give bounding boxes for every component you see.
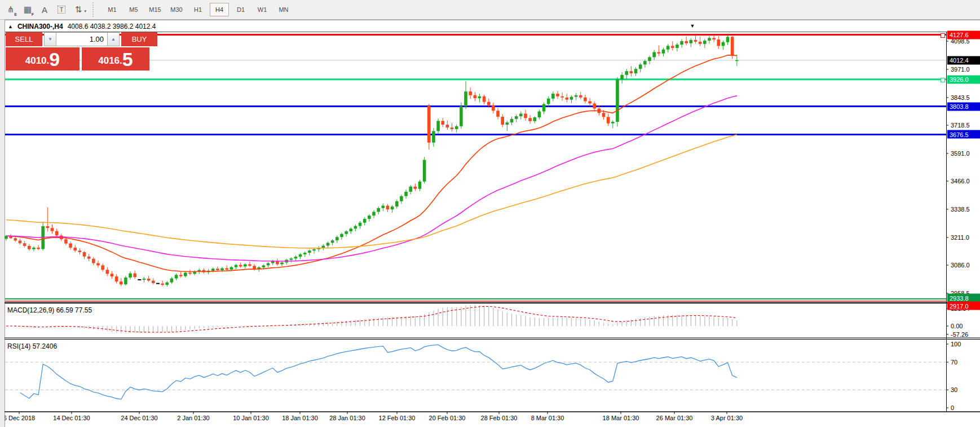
candle — [161, 284, 164, 285]
price-axis-tick: 3338.5 — [951, 206, 980, 213]
candle — [129, 274, 132, 278]
candle — [528, 118, 532, 121]
drawing-tools-group: ⋔E▦FAT⇅▾ — [2, 2, 87, 17]
text-tool-icon[interactable]: A — [37, 2, 52, 17]
candle — [400, 196, 403, 201]
rsi-line — [20, 345, 737, 399]
pitchfork-tool-icon[interactable]: ⋔E — [3, 2, 19, 17]
timeframe-button-mn[interactable]: MN — [274, 3, 293, 16]
candle — [87, 257, 91, 259]
time-axis-label: 10 Jan 01:30 — [233, 415, 269, 421]
toolbar-drag-handle[interactable] — [92, 2, 98, 17]
time-axis-label: 6 Dec 2018 — [3, 415, 35, 421]
timeframe-toolbar: M1M5M15M30H1H4D1W1MN — [101, 3, 294, 16]
time-axis-label: 8 Mar 01:30 — [531, 415, 564, 421]
hline-handle[interactable] — [941, 78, 945, 82]
price-axis-tick: 3466.0 — [951, 178, 980, 184]
candle — [690, 40, 693, 43]
hline-handle[interactable] — [941, 33, 945, 38]
price-badge: 3803.8 — [947, 102, 980, 111]
candle — [418, 182, 422, 189]
candle — [69, 244, 72, 248]
volume-decrease-button[interactable]: ▼ — [44, 32, 56, 46]
candle — [496, 111, 500, 117]
time-axis-label: 26 Mar 01:30 — [656, 415, 693, 421]
candle — [188, 272, 192, 274]
candle — [487, 102, 491, 105]
candle — [211, 268, 215, 271]
candle — [510, 119, 514, 122]
timeframe-button-m1[interactable]: M1 — [103, 3, 122, 16]
arrows-tool-icon[interactable]: ⇅▾ — [70, 2, 86, 17]
fast-ma — [6, 55, 737, 272]
price-badge: 3926.0 — [947, 75, 980, 83]
price-axis-tick: 3971.0 — [951, 66, 980, 73]
price-axis-tick: 3591.0 — [951, 150, 980, 157]
candle — [506, 122, 509, 125]
candle — [111, 274, 114, 276]
candle — [354, 226, 357, 229]
candle — [446, 125, 449, 127]
timeframe-button-h4[interactable]: H4 — [210, 3, 229, 16]
bid-price-display[interactable]: 4010 . 9 — [6, 47, 80, 71]
candle — [312, 249, 316, 250]
rsi-axis-tick: 70 — [951, 359, 980, 366]
candle — [101, 265, 104, 270]
candle — [267, 263, 270, 266]
candle — [294, 257, 298, 258]
candle — [124, 278, 127, 284]
candle — [349, 228, 352, 231]
price-axis-tick: 3086.0 — [951, 262, 980, 268]
sell-button[interactable]: SELL — [6, 32, 42, 46]
timeframe-button-m15[interactable]: M15 — [145, 3, 165, 16]
candle — [579, 95, 582, 98]
candle — [731, 37, 734, 56]
fibonacci-grid-icon[interactable]: ▦F — [20, 2, 36, 17]
time-axis-label: 20 Feb 01:30 — [429, 415, 466, 421]
candle — [303, 253, 307, 254]
candle — [345, 231, 348, 234]
candle — [120, 281, 123, 284]
time-axis-label: 18 Mar 01:30 — [603, 415, 639, 421]
symbol-title: CHINA300-,H4 — [17, 23, 63, 30]
candle — [483, 96, 486, 102]
volume-increase-button[interactable]: ▲ — [107, 32, 120, 46]
candle — [712, 38, 716, 39]
candle — [657, 52, 661, 53]
ask-price-display[interactable]: 4016 . 5 — [82, 47, 149, 71]
slow-ma — [6, 135, 737, 248]
candle — [616, 80, 619, 122]
candle — [106, 270, 109, 274]
text-label-tool-icon[interactable]: T — [54, 2, 69, 17]
candle — [368, 215, 371, 219]
candle — [382, 206, 385, 208]
candle — [551, 94, 555, 99]
collapse-icon[interactable]: ▲ — [8, 24, 13, 29]
timeframe-button-m30[interactable]: M30 — [167, 3, 186, 16]
candle — [184, 272, 187, 276]
volume-input[interactable] — [56, 32, 107, 46]
rsi-axis-tick: 100 — [951, 341, 980, 347]
candle — [717, 39, 720, 46]
candle — [326, 243, 330, 245]
candle — [165, 283, 169, 285]
candle — [432, 131, 435, 142]
candle — [643, 61, 647, 64]
candle — [625, 71, 628, 75]
buy-button[interactable]: BUY — [121, 32, 157, 46]
timeframe-button-d1[interactable]: D1 — [231, 3, 250, 16]
time-axis-label: 18 Jan 01:30 — [282, 415, 318, 421]
candle — [244, 264, 247, 266]
candle — [588, 101, 591, 103]
candle — [147, 279, 151, 281]
candle — [175, 275, 178, 278]
timeframe-button-h1[interactable]: H1 — [188, 3, 208, 16]
candle — [115, 276, 118, 281]
candle — [359, 223, 362, 226]
candle — [460, 106, 463, 126]
candle — [299, 254, 302, 257]
timeframe-button-m5[interactable]: M5 — [124, 3, 143, 16]
window-left-edge — [0, 20, 5, 427]
timeframe-button-w1[interactable]: W1 — [253, 3, 272, 16]
price-axis-tick: 3843.5 — [951, 94, 980, 101]
